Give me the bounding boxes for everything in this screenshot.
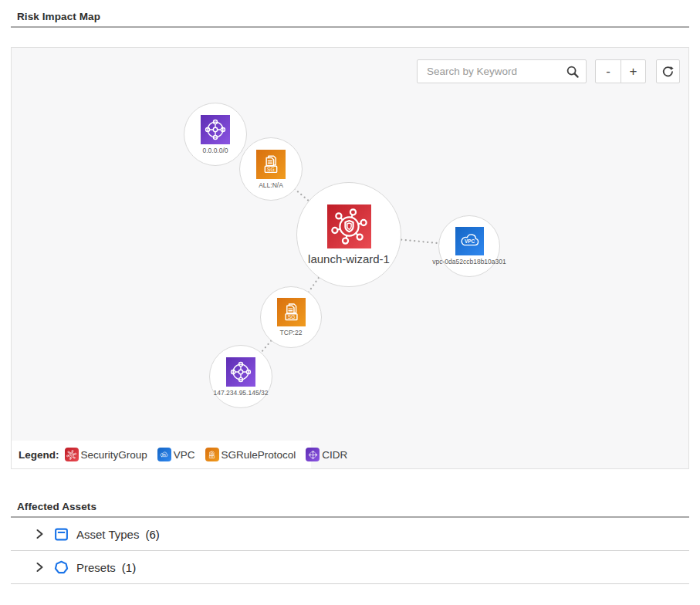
asset-types-icon [54, 527, 69, 542]
legend-item-label: SGRuleProtocol [221, 449, 296, 461]
presets-count: (1) [122, 561, 136, 574]
page-title: Risk Impact Map [0, 0, 700, 26]
risk-impact-map-canvas[interactable]: 0.0.0.0/0 SG ALL:N/A launch-wizard-1 VPC… [11, 47, 689, 469]
title-divider [11, 26, 689, 28]
svg-text:VPC: VPC [465, 238, 475, 244]
svg-text:SG: SG [211, 455, 214, 458]
graph-node-label: 0.0.0.0/0 [202, 147, 228, 154]
graph-node-label: TCP:22 [280, 329, 303, 336]
presets-row[interactable]: Presets (1) [11, 551, 689, 584]
graph-node-cidr-0000[interactable]: 0.0.0.0/0 [184, 103, 247, 166]
refresh-button[interactable] [656, 59, 680, 83]
graph-node-label: 147.234.95.145/32 [214, 389, 269, 397]
graph-node-label: ALL:N/A [259, 181, 283, 189]
legend-label: Legend: [19, 449, 59, 461]
asset-types-row[interactable]: Asset Types (6) [11, 518, 689, 551]
asset-types-count: (6) [145, 528, 159, 541]
legend-item-label: SecurityGroup [81, 449, 147, 461]
vpc-icon: VPC [157, 448, 171, 461]
graph-node-label: vpc-0da52ccb18b10a301 [432, 258, 506, 265]
cidr-icon [306, 448, 320, 461]
affected-assets-section: Affected Assets Asset Types (6) P [11, 490, 689, 584]
securitygroup-icon [327, 204, 371, 248]
keyword-search[interactable] [417, 59, 587, 83]
graph-node-sgrule-tcp22[interactable]: SG TCP:22 [260, 286, 322, 348]
affected-assets-title: Affected Assets [11, 490, 689, 516]
legend-item-sgruleprotocol: SG SGRuleProtocol [205, 448, 296, 461]
zoom-in-button[interactable]: + [621, 60, 645, 83]
presets-label: Presets [76, 561, 116, 574]
svg-text:SG: SG [267, 166, 275, 171]
cidr-icon [226, 357, 255, 387]
chevron-right-icon[interactable] [34, 529, 45, 539]
legend: Legend: SecurityGroup VPC VPC SG SGRuleP… [12, 441, 311, 468]
legend-item-label: VPC [174, 449, 195, 461]
security-group-icon [65, 448, 79, 461]
vpc-icon: VPC [455, 227, 484, 255]
cidr-icon [201, 115, 230, 144]
zoom-out-button[interactable]: - [596, 60, 621, 83]
legend-item-label: CIDR [322, 449, 347, 461]
legend-item-vpc: VPC VPC [157, 448, 195, 461]
zoom-button-group: - + [595, 59, 646, 83]
legend-item-securitygroup: SecurityGroup [65, 448, 147, 461]
graph-node-cidr-147[interactable]: 147.234.95.145/32 [209, 345, 272, 408]
legend-item-cidr: CIDR [306, 448, 347, 461]
svg-text:VPC: VPC [162, 453, 167, 456]
svg-text:SG: SG [287, 314, 294, 319]
search-icon[interactable] [566, 65, 580, 79]
graph-node-launch-wizard-1[interactable]: launch-wizard-1 [296, 182, 401, 287]
presets-icon [54, 560, 69, 575]
asset-types-label: Asset Types [76, 528, 139, 541]
refresh-icon [661, 65, 675, 78]
search-input[interactable] [427, 66, 566, 77]
sgruleprotocol-icon: SG [256, 150, 286, 179]
graph-node-label: launch-wizard-1 [308, 252, 390, 265]
sgruleprotocol-icon: SG [277, 298, 306, 326]
map-controls: - + [417, 59, 680, 83]
sg-rule-protocol-icon: SG [205, 448, 219, 461]
graph-node-vpc[interactable]: VPC vpc-0da52ccb18b10a301 [438, 215, 500, 277]
graph-node-sgrule-all[interactable]: SG ALL:N/A [239, 137, 303, 201]
chevron-right-icon[interactable] [34, 562, 45, 573]
